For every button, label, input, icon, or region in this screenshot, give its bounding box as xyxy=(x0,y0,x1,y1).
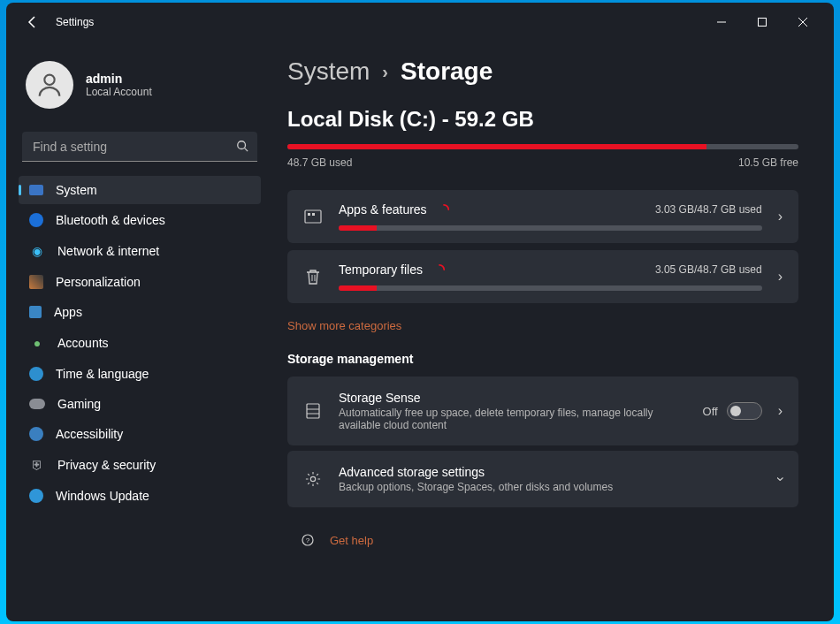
loading-spinner-icon xyxy=(433,263,446,276)
category-title: Apps & features xyxy=(339,202,427,217)
svg-rect-9 xyxy=(312,213,315,216)
wifi-icon: ◉ xyxy=(29,243,45,259)
sidebar-item-system[interactable]: System xyxy=(19,176,261,204)
window-body: admin Local Account System Bluetooth & d… xyxy=(6,42,834,621)
close-button[interactable] xyxy=(783,8,823,36)
category-body: Temporary files 3.05 GB/48.7 GB used xyxy=(339,263,762,291)
trash-icon xyxy=(303,267,323,286)
category-bar-fill xyxy=(339,285,377,291)
get-help-link[interactable]: Get help xyxy=(330,534,373,547)
card-desc: Automatically free up space, delete temp… xyxy=(339,407,687,431)
svg-rect-12 xyxy=(307,404,319,418)
profile-sub: Local Account xyxy=(86,86,152,98)
back-button[interactable] xyxy=(17,6,49,38)
chevron-right-icon: › xyxy=(778,403,783,419)
svg-point-4 xyxy=(44,75,54,85)
category-apps-features[interactable]: Apps & features 3.03 GB/48.7 GB used › xyxy=(287,190,798,243)
avatar xyxy=(26,61,73,109)
sidebar-item-bluetooth[interactable]: Bluetooth & devices xyxy=(19,206,261,234)
storage-sense-toggle[interactable] xyxy=(727,402,762,420)
gear-icon xyxy=(303,469,323,489)
minimize-icon xyxy=(717,18,726,27)
close-icon xyxy=(798,18,807,27)
category-title: Temporary files xyxy=(339,263,423,277)
nav-label: Windows Update xyxy=(56,489,149,503)
brush-icon xyxy=(29,275,43,289)
maximize-icon xyxy=(758,18,767,27)
show-more-link[interactable]: Show more categories xyxy=(287,319,401,332)
sidebar-item-apps[interactable]: Apps xyxy=(19,298,261,326)
disk-meta: 48.7 GB used 10.5 GB free xyxy=(287,156,798,169)
globe-icon xyxy=(29,367,43,381)
chevron-right-icon: › xyxy=(778,269,783,285)
nav-label: Privacy & security xyxy=(57,458,156,472)
breadcrumb-parent[interactable]: System xyxy=(287,57,370,86)
help-icon: ? xyxy=(298,530,317,550)
card-title: Storage Sense xyxy=(339,391,687,405)
category-header: Apps & features 3.03 GB/48.7 GB used xyxy=(339,202,762,217)
category-size: 3.03 GB/48.7 GB used xyxy=(655,203,762,216)
sidebar-item-time[interactable]: Time & language xyxy=(19,360,261,388)
loading-spinner-icon xyxy=(438,203,450,216)
card-desc: Backup options, Storage Spaces, other di… xyxy=(339,481,762,493)
svg-rect-7 xyxy=(305,210,321,223)
sidebar-item-accessibility[interactable]: Accessibility xyxy=(19,420,261,448)
toggle-wrap: Off xyxy=(703,402,762,420)
bluetooth-icon xyxy=(29,213,43,227)
disk-title: Local Disk (C:) - 59.2 GB xyxy=(287,107,798,132)
svg-point-15 xyxy=(310,476,315,481)
nav-label: Bluetooth & devices xyxy=(56,213,165,227)
sidebar-item-accounts[interactable]: ● Accounts xyxy=(19,328,261,358)
user-icon xyxy=(34,70,65,100)
chevron-right-icon: › xyxy=(778,209,783,224)
sidebar-item-privacy[interactable]: ⛨ Privacy & security xyxy=(19,450,261,480)
nav-label: System xyxy=(56,183,97,197)
nav-label: Accounts xyxy=(57,336,109,350)
category-header: Temporary files 3.05 GB/48.7 GB used xyxy=(339,263,762,277)
disk-usage-fill xyxy=(287,144,706,149)
monitor-icon xyxy=(29,185,43,195)
storage-management-heading: Storage management xyxy=(287,352,798,366)
profile-block[interactable]: admin Local Account xyxy=(15,49,264,128)
storage-sense-card[interactable]: Storage Sense Automatically free up spac… xyxy=(287,377,798,445)
accessibility-icon xyxy=(29,427,43,441)
gamepad-icon xyxy=(29,399,45,409)
sidebar-item-personalization[interactable]: Personalization xyxy=(19,268,261,296)
card-text: Advanced storage settings Backup options… xyxy=(339,465,762,493)
svg-text:?: ? xyxy=(306,536,310,544)
main-content: System › Storage Local Disk (C:) - 59.2 … xyxy=(271,42,834,621)
person-icon: ● xyxy=(29,335,45,351)
advanced-storage-card[interactable]: Advanced storage settings Backup options… xyxy=(287,451,798,507)
card-text: Storage Sense Automatically free up spac… xyxy=(339,391,687,431)
storage-icon xyxy=(303,401,323,421)
svg-point-5 xyxy=(238,141,246,149)
sidebar-item-gaming[interactable]: Gaming xyxy=(19,390,261,418)
category-temporary-files[interactable]: Temporary files 3.05 GB/48.7 GB used › xyxy=(287,250,798,303)
chevron-down-icon: › xyxy=(772,476,788,481)
profile-text: admin Local Account xyxy=(86,72,152,98)
category-bar xyxy=(339,285,762,291)
svg-rect-8 xyxy=(308,213,310,216)
svg-rect-1 xyxy=(759,19,767,27)
category-bar-fill xyxy=(339,225,377,231)
nav-label: Time & language xyxy=(56,367,149,381)
minimize-button[interactable] xyxy=(701,8,742,36)
sidebar-item-network[interactable]: ◉ Network & internet xyxy=(19,236,261,266)
settings-window: Settings admin Local Account xyxy=(6,3,834,621)
arrow-left-icon xyxy=(26,15,40,29)
app-title: Settings xyxy=(56,16,94,28)
apps-icon xyxy=(29,306,42,318)
search-input[interactable] xyxy=(22,132,257,162)
maximize-button[interactable] xyxy=(742,8,783,36)
nav-label: Accessibility xyxy=(56,427,123,441)
nav: System Bluetooth & devices ◉ Network & i… xyxy=(15,176,264,510)
shield-icon: ⛨ xyxy=(29,457,45,473)
disk-usage-bar xyxy=(287,144,798,149)
update-icon xyxy=(29,489,43,503)
sidebar-item-update[interactable]: Windows Update xyxy=(19,482,261,510)
help-row: ? Get help xyxy=(287,513,798,550)
disk-free: 10.5 GB free xyxy=(738,156,798,169)
apps-grid-icon xyxy=(303,207,323,226)
sidebar: admin Local Account System Bluetooth & d… xyxy=(6,42,271,621)
svg-line-6 xyxy=(245,148,248,152)
